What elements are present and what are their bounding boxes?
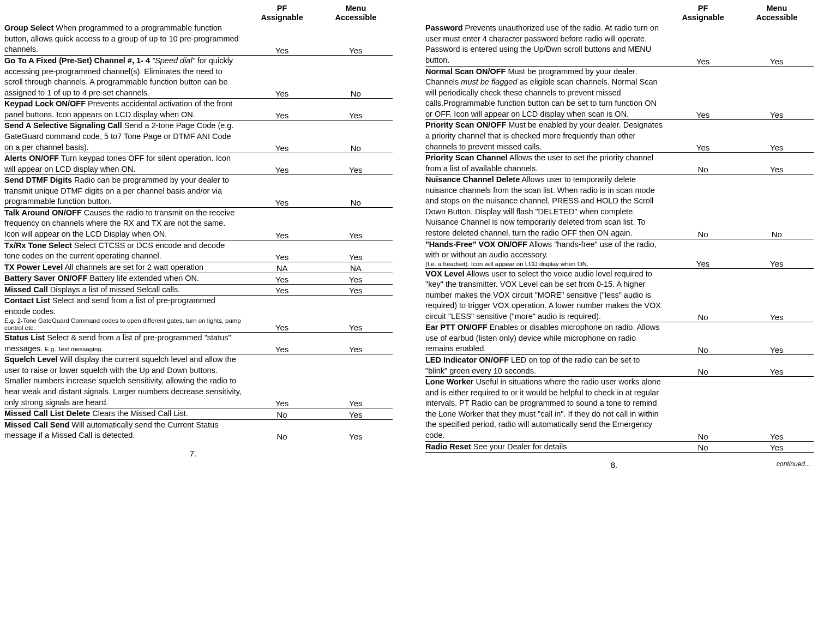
feature-title: Password [425, 23, 463, 32]
feature-title: "Hands-Free" VOX ON/OFF [425, 240, 527, 249]
table-row: Squelch Level Will display the current s… [4, 354, 393, 408]
table-row: LED Indicator ON/OFF LED on top of the r… [425, 355, 814, 377]
feature-description: Contact List Select and send from a list… [4, 296, 245, 333]
feature-title: Missed Call [4, 285, 48, 294]
feature-title: Group Select [4, 23, 53, 32]
menu-accessible-value: No [319, 56, 393, 99]
feature-description: Send DTMF Digits Radio can be programmed… [4, 175, 245, 208]
feature-description: Go To A Fixed (Pre-Set) Channel #, 1- 4 … [4, 56, 245, 99]
pf-assignable-value: Yes [666, 66, 739, 120]
pf-assignable-value: No [666, 377, 739, 441]
menu-accessible-value: No [740, 174, 814, 239]
feature-description: TX Power Level All channels are set for … [4, 262, 245, 273]
feature-description: Talk Around ON/OFF Causes the radio to t… [4, 207, 245, 240]
menu-accessible-value: Yes [319, 240, 393, 262]
table-row: Battery Saver ON/OFF Battery life extend… [4, 273, 393, 285]
table-row: TX Power Level All channels are set for … [4, 262, 393, 273]
feature-description: Ear PTT ON/OFF Enables or disables micro… [425, 322, 666, 355]
page-footer: 8.continued... [425, 460, 814, 470]
feature-title: Squelch Level [4, 355, 58, 364]
feature-title: Go To A Fixed (Pre-Set) Channel #, 1- 4 [4, 56, 150, 65]
feature-text: Clears the Missed Call List. [90, 409, 188, 418]
feature-title: Send DTMF Digits [4, 176, 72, 184]
col-header-pf: PFAssignable [666, 3, 739, 23]
feature-description: Nuisance Channel Delete Allows user to t… [425, 174, 666, 239]
menu-accessible-value: No [319, 175, 393, 208]
feature-title: Missed Call Send [4, 420, 69, 429]
feature-description: Password Prevents unauthorized use of th… [425, 23, 666, 66]
feature-title: Normal Scan ON/OFF [425, 67, 506, 76]
feature-table: PFAssignableMenuAccessiblePassword Preve… [425, 3, 814, 453]
menu-accessible-value: Yes [319, 296, 393, 333]
feature-description: Radio Reset See your Dealer for details [425, 441, 666, 453]
feature-title: Priority Scan Channel [425, 153, 508, 162]
manual-page: PFAssignableMenuAccessiblePassword Preve… [425, 3, 814, 470]
feature-description: Missed Call Send Will automatically send… [4, 419, 245, 441]
feature-title: Send A Selective Signaling Call [4, 121, 122, 130]
table-row: Group Select When programmed to a progra… [4, 23, 393, 55]
feature-description: Send A Selective Signaling Call Send a 2… [4, 121, 245, 153]
feature-subtitle-italic: "Speed dial" [150, 56, 195, 65]
feature-description: Squelch Level Will display the current s… [4, 354, 245, 408]
pf-assignable-value: Yes [245, 207, 318, 240]
pf-assignable-value: Yes [245, 56, 318, 99]
table-row: Missed Call List Delete Clears the Misse… [4, 408, 393, 420]
page-footer: 7. [4, 449, 393, 458]
page-number: 8. [461, 460, 767, 470]
feature-title: Ear PTT ON/OFF [425, 323, 488, 332]
feature-title: Radio Reset [425, 442, 471, 451]
menu-accessible-value: Yes [319, 99, 393, 121]
pf-assignable-value: Yes [245, 175, 318, 208]
pf-assignable-value: Yes [245, 121, 318, 153]
pf-assignable-value: Yes [245, 99, 318, 121]
feature-text: All channels are set for 2 watt operatio… [63, 263, 203, 272]
col-header-menu: MenuAccessible [740, 3, 814, 23]
feature-description: Alerts ON/OFF Turn keypad tones OFF for … [4, 153, 245, 175]
pf-assignable-value: Yes [245, 296, 318, 333]
table-row: Priority Scan Channel Allows the user to… [425, 153, 814, 174]
table-row: Send A Selective Signaling Call Send a 2… [4, 121, 393, 153]
feature-title: Talk Around ON/OFF [4, 208, 82, 217]
col-header-menu: MenuAccessible [319, 3, 393, 23]
feature-title: Tx/Rx Tone Select [4, 241, 72, 250]
menu-accessible-value: Yes [319, 419, 393, 441]
feature-description: Tx/Rx Tone Select Select CTCSS or DCS en… [4, 240, 245, 262]
pf-assignable-value: Yes [245, 284, 318, 296]
menu-accessible-value: Yes [740, 322, 814, 355]
table-row: Go To A Fixed (Pre-Set) Channel #, 1- 4 … [4, 56, 393, 99]
table-row: Password Prevents unauthorized use of th… [425, 23, 814, 66]
menu-accessible-value: Yes [740, 355, 814, 377]
pf-assignable-value: Yes [666, 239, 739, 268]
pf-assignable-value: No [666, 322, 739, 355]
menu-accessible-value: Yes [319, 23, 393, 55]
feature-title: Keypad Lock ON/OFF [4, 99, 86, 108]
feature-description: Keypad Lock ON/OFF Prevents accidental a… [4, 99, 245, 121]
table-row: VOX Level Allows user to select the voic… [425, 268, 814, 322]
feature-title: LED Indicator ON/OFF [425, 356, 509, 364]
feature-description: Priority Scan ON/OFF Must be enabled by … [425, 120, 666, 153]
feature-description: Battery Saver ON/OFF Battery life extend… [4, 273, 245, 285]
table-row: Talk Around ON/OFF Causes the radio to t… [4, 207, 393, 240]
feature-note-inline: E.g. Text messaging. [45, 346, 103, 352]
feature-title: Missed Call List Delete [4, 409, 90, 418]
page-number: 7. [40, 449, 346, 458]
feature-title: VOX Level [425, 269, 465, 278]
feature-table: PFAssignableMenuAccessibleGroup Select W… [4, 3, 393, 441]
menu-accessible-value: Yes [319, 284, 393, 296]
pf-assignable-value: Yes [245, 333, 318, 354]
menu-accessible-value: Yes [319, 273, 393, 285]
table-row: Priority Scan ON/OFF Must be enabled by … [425, 120, 814, 153]
feature-note: (I.e. a headset). Icon will appear on LC… [425, 261, 663, 268]
feature-title: Nuisance Channel Delete [425, 175, 520, 184]
table-row: Normal Scan ON/OFF Must be programmed by… [425, 66, 814, 120]
pf-assignable-value: No [245, 408, 318, 420]
pf-assignable-value: Yes [245, 240, 318, 262]
feature-description: Missed Call Displays a list of missed Se… [4, 284, 245, 296]
menu-accessible-value: Yes [740, 153, 814, 174]
feature-description: VOX Level Allows user to select the voic… [425, 268, 666, 322]
col-header-pf: PFAssignable [245, 3, 318, 23]
page-spread: PFAssignableMenuAccessibleGroup Select W… [4, 3, 814, 470]
feature-text: Battery life extended when ON. [87, 274, 199, 282]
pf-assignable-value: No [666, 355, 739, 377]
feature-title: Priority Scan ON/OFF [425, 121, 506, 129]
